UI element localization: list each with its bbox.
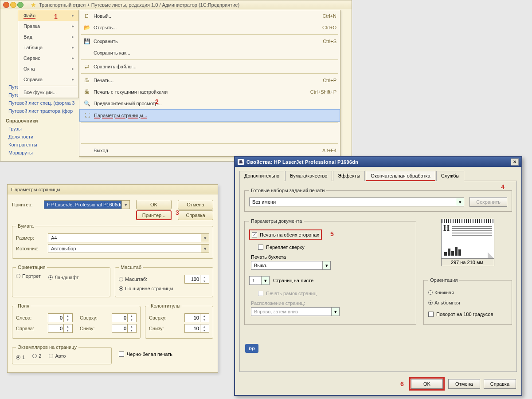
menu-save-as[interactable]: Сохранить как...	[79, 47, 340, 59]
orientation-group: Ориентация Портрет Ландшафт	[12, 264, 110, 297]
help-button[interactable]: Справка	[484, 379, 516, 389]
copies-auto[interactable]: Авто	[49, 353, 66, 359]
folder-open-icon: 📂	[83, 24, 91, 31]
menu-exit[interactable]: ВыходAlt+F4	[79, 145, 340, 156]
margin-top[interactable]: ▴▾	[112, 313, 137, 322]
headers-group: Колонтитулы Сверху:▴▾ Снизу:▴▾	[145, 303, 213, 339]
margin-right[interactable]: ▴▾	[48, 324, 73, 333]
minimize-icon[interactable]	[10, 2, 16, 8]
size-select[interactable]: A4▾	[48, 233, 209, 242]
titlebar: ★ Транспортный отдел + Путевые листы, ре…	[0, 0, 352, 9]
menu-open[interactable]: 📂Открыть...Ctrl+O	[79, 22, 340, 33]
annotation-5: 5	[330, 230, 334, 237]
pages-per-sheet[interactable]: 1▾	[249, 276, 270, 285]
booklet-label: Печать буклета	[251, 254, 411, 260]
portrait-radio[interactable]: Портрет	[16, 273, 41, 279]
preset-select[interactable]: Без имени▾	[249, 198, 464, 206]
menu-page-setup[interactable]: ⛶Параметры страницы...	[79, 109, 340, 122]
menu-windows[interactable]: Окна▸	[18, 63, 78, 74]
menu-file-submenu: 🗋Новый...Ctrl+N 📂Открыть...Ctrl+O 💾Сохра…	[79, 10, 340, 157]
file-icon: 🗋	[83, 12, 91, 20]
page-preview: H	[441, 219, 494, 259]
printer-label: Принтер:	[12, 201, 41, 208]
menu-all-functions[interactable]: Все функции...	[18, 87, 78, 98]
help-button[interactable]: Справка	[178, 210, 213, 220]
favorite-icon[interactable]: ★	[31, 2, 36, 8]
copies-2[interactable]: 2	[32, 353, 41, 359]
cancel-button[interactable]: Отмена	[448, 379, 480, 389]
copies-1[interactable]: 1	[16, 354, 25, 360]
preview-icon: 🔍	[83, 100, 91, 107]
menu-print-current[interactable]: 🖶Печать с текущими настройкамиCtrl+Shift…	[79, 86, 340, 98]
annotation-3: 3	[176, 209, 179, 216]
scale-group: Масштаб Масштаб: ▴▾ По ширине страницы	[115, 264, 213, 297]
printer-button[interactable]: Принтер...	[136, 210, 172, 220]
compare-icon: ⇄	[83, 63, 91, 70]
header-top[interactable]: ▴▾	[184, 313, 209, 322]
tab-paper[interactable]: Бумага/качество	[285, 171, 332, 181]
booklet-select[interactable]: Выкл.▾	[251, 261, 331, 270]
printer-properties-dialog: 🖶 Свойства: HP LaserJet Professional P16…	[234, 156, 522, 396]
save-icon: 💾	[83, 38, 91, 45]
chevron-down-icon[interactable]: ▾	[121, 201, 129, 209]
chevron-down-icon: ▾	[456, 198, 464, 206]
orientation-portrait[interactable]: Книжная	[428, 289, 454, 296]
bw-checkbox[interactable]: Черно-белая печать	[119, 351, 172, 357]
window-title: Транспортный отдел + Путевые листы, реда…	[39, 2, 239, 8]
scale-spin[interactable]: ▴▾	[184, 275, 209, 284]
ok-button[interactable]: OK	[411, 379, 443, 389]
rotate-180-checkbox[interactable]: Поворот на 180 градусов	[428, 311, 493, 317]
cancel-button[interactable]: Отмена	[178, 200, 213, 209]
print-icon: 🖶	[83, 77, 91, 84]
margin-bottom[interactable]: ▴▾	[112, 324, 137, 333]
menu-edit[interactable]: Правка▸	[18, 21, 78, 32]
page-setup-dialog: Параметры страницы Принтер: HP LaserJet …	[7, 184, 218, 373]
tab-effects[interactable]: Эффекты	[333, 171, 365, 181]
menu-view[interactable]: Вид▸	[18, 32, 78, 42]
close-button[interactable]: ✕	[511, 158, 519, 166]
menu-save[interactable]: 💾СохранитьCtrl+S	[79, 36, 340, 47]
orientation-landscape[interactable]: Альбомная	[428, 300, 460, 306]
menu-file[interactable]: Файл▸	[18, 10, 78, 21]
ok-button[interactable]: OK	[136, 200, 172, 209]
save-preset-button[interactable]: Сохранить	[469, 197, 507, 207]
menu-print[interactable]: 🖶Печать...Ctrl+P	[79, 75, 340, 86]
tab-services[interactable]: Службы	[436, 171, 465, 181]
header-bottom[interactable]: ▴▾	[184, 324, 209, 333]
fit-width-radio[interactable]: По ширине страницы	[119, 285, 173, 292]
tab-strip: Дополнительно Бумага/качество Эффекты Ок…	[239, 170, 517, 181]
presets-group: Готовые наборы заданий печати Без имени▾…	[244, 187, 512, 212]
margin-left[interactable]: ▴▾	[48, 313, 73, 322]
orientation-group: Ориентация Книжная Альбомная Поворот на …	[423, 277, 512, 325]
source-select[interactable]: Автовыбор▾	[48, 244, 209, 253]
preview-size: 297 на 210 мм.	[441, 259, 494, 266]
close-icon[interactable]	[3, 2, 9, 8]
annotation-6: 6	[400, 381, 404, 387]
print-icon: 🖶	[83, 88, 91, 95]
document-params-group: Параметры документа Печать на обеих стор…	[244, 218, 416, 325]
bind-top-checkbox[interactable]: Переплет сверху	[258, 244, 305, 250]
duplex-highlight: Печать на обеих сторонах	[249, 229, 322, 240]
dialog-title: 🖶 Свойства: HP LaserJet Professional P16…	[235, 157, 521, 167]
menu-help[interactable]: Справка▸	[18, 74, 78, 85]
tab-additional[interactable]: Дополнительно	[239, 171, 284, 181]
menu-table[interactable]: Таблица▸	[18, 42, 78, 53]
menu-print-preview[interactable]: 🔍Предварительный просмотр...	[79, 98, 340, 109]
menu-compare[interactable]: ⇄Сравнить файлы...	[79, 61, 340, 72]
layout-select: Вправо, затем вниз▾	[251, 307, 340, 316]
copies-group: Экземпляров на страницу 1 2 Авто	[12, 344, 112, 364]
scale-radio[interactable]: Масштаб:	[119, 276, 147, 282]
menu-new[interactable]: 🗋Новый...Ctrl+N	[79, 10, 340, 22]
both-sides-checkbox[interactable]: Печать на обеих сторонах	[252, 232, 319, 238]
printer-select[interactable]: HP LaserJet Professional P1606dn▾	[44, 200, 130, 209]
hp-logo-icon: hp	[245, 344, 258, 353]
landscape-radio[interactable]: Ландшафт	[48, 274, 79, 280]
maximize-icon[interactable]	[17, 2, 23, 8]
tab-finishing[interactable]: Окончательная обработка	[366, 171, 435, 181]
menu-service[interactable]: Сервис▸	[18, 53, 78, 63]
page-setup-icon: ⛶	[83, 112, 91, 119]
page-frames-checkbox: Печать рамок страниц	[258, 290, 317, 296]
margins-group: Поля Слева:▴▾ Сверху:▴▾ Справа:▴▾ Снизу:…	[12, 303, 141, 339]
printer-icon: 🖶	[238, 159, 244, 165]
paper-group: Бумага Размер: A4▾ Источник: Автовыбор▾	[12, 223, 213, 259]
